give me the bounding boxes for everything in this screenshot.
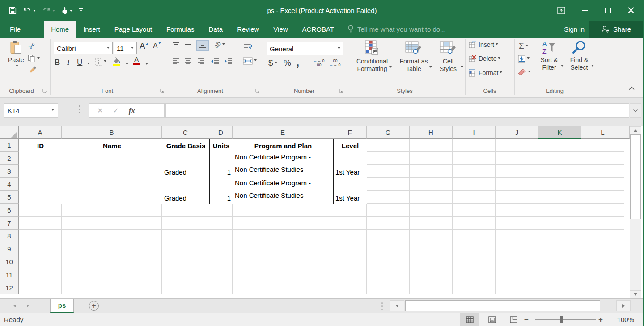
cell-F1[interactable]: Level xyxy=(333,139,367,152)
touch-mode-dropdown-icon[interactable] xyxy=(70,10,72,13)
underline-dropdown-icon[interactable] xyxy=(87,63,90,66)
hscroll-left-button[interactable] xyxy=(390,300,404,311)
fill-dropdown-icon[interactable] xyxy=(527,57,530,60)
column-header-G[interactable]: G xyxy=(367,126,410,139)
cell-B4-merged[interactable] xyxy=(62,178,162,204)
cell-D2-merged[interactable]: 1 xyxy=(209,152,233,178)
cell-F4-merged[interactable]: 1st Year xyxy=(333,178,367,204)
normal-view-button[interactable] xyxy=(460,313,479,326)
font-dialog-launcher[interactable] xyxy=(160,88,165,93)
format-as-table-button[interactable]: Format as Table xyxy=(395,40,432,73)
row-header-12[interactable]: 12 xyxy=(0,281,19,294)
row-header-5[interactable]: 5 xyxy=(0,191,19,204)
increase-font-size-button[interactable]: A xyxy=(140,41,148,51)
cell-E1[interactable]: Program and Plan xyxy=(233,139,334,152)
cancel-icon[interactable]: ✕ xyxy=(97,106,103,115)
comma-style-button[interactable]: , xyxy=(296,55,299,69)
minimize-button[interactable] xyxy=(573,0,596,21)
copy-button[interactable] xyxy=(28,54,40,63)
tab-scroll-splitter[interactable] xyxy=(381,302,383,310)
delete-dropdown-icon[interactable] xyxy=(498,57,500,60)
merge-center-dropdown-icon[interactable] xyxy=(254,59,257,63)
row-header-9[interactable]: 9 xyxy=(0,242,19,255)
close-button[interactable] xyxy=(619,0,643,21)
maximize-button[interactable] xyxy=(596,0,619,21)
orientation-dropdown-icon[interactable] xyxy=(222,43,225,46)
column-header-partial[interactable] xyxy=(624,126,630,139)
top-align-button[interactable] xyxy=(172,42,179,48)
row-header-11[interactable]: 11 xyxy=(0,268,19,281)
select-all-button[interactable] xyxy=(0,126,19,139)
vertical-scroll-thumb[interactable] xyxy=(630,134,641,219)
cell-styles-dropdown-icon[interactable] xyxy=(461,66,463,69)
undo-dropdown-icon[interactable] xyxy=(33,10,36,13)
alignment-dialog-launcher[interactable] xyxy=(255,88,261,93)
insert-dropdown-icon[interactable] xyxy=(496,43,498,46)
undo-button[interactable] xyxy=(20,4,38,17)
vertical-scrollbar[interactable] xyxy=(630,126,641,298)
tab-home[interactable]: Home xyxy=(44,21,76,38)
copy-dropdown-icon[interactable] xyxy=(37,57,40,60)
expand-formula-bar-button[interactable] xyxy=(630,103,641,118)
font-color-dropdown-icon[interactable] xyxy=(145,63,148,66)
decrease-indent-button[interactable] xyxy=(211,58,219,64)
format-painter-button[interactable] xyxy=(29,65,38,73)
column-header-A[interactable]: A xyxy=(19,126,62,139)
column-header-J[interactable]: J xyxy=(496,126,538,139)
scroll-down-button[interactable] xyxy=(630,290,641,298)
cell-D4-merged[interactable]: 1 xyxy=(209,178,233,204)
italic-button[interactable]: I xyxy=(67,58,70,67)
cell-C4-merged[interactable]: Graded xyxy=(162,178,210,204)
format-cells-button[interactable]: Format xyxy=(469,69,502,77)
insert-function-icon[interactable]: fx xyxy=(129,106,135,115)
number-format-dropdown-icon[interactable] xyxy=(338,47,340,50)
column-header-B[interactable]: B xyxy=(62,126,162,139)
page-layout-view-button[interactable] xyxy=(482,313,502,326)
save-icon[interactable] xyxy=(6,4,19,17)
font-color-button[interactable]: A xyxy=(131,56,141,65)
formula-bar-input[interactable] xyxy=(165,103,629,118)
cell-C2-merged[interactable]: Graded xyxy=(162,152,210,178)
cell-A1[interactable]: ID xyxy=(19,139,62,152)
paste-button[interactable]: Paste xyxy=(4,40,28,68)
collapse-ribbon-button[interactable] xyxy=(628,86,635,90)
tell-me-box[interactable]: Tell me what you want to do... xyxy=(347,21,446,38)
scroll-up-button[interactable] xyxy=(630,126,641,134)
row-header-2[interactable]: 2 xyxy=(0,152,19,165)
sort-filter-dropdown-icon[interactable] xyxy=(561,65,564,68)
accounting-format-button[interactable]: $ xyxy=(268,58,277,68)
tab-file[interactable]: File xyxy=(0,21,30,38)
cell-F2-merged[interactable]: 1st Year xyxy=(333,152,367,178)
font-size-combo[interactable]: 11 xyxy=(114,42,137,54)
conditional-formatting-dropdown-icon[interactable] xyxy=(389,66,392,69)
cell-A2-merged[interactable] xyxy=(19,152,62,178)
name-box[interactable]: K14 xyxy=(4,103,58,118)
row-header-8[interactable]: 8 xyxy=(0,230,19,242)
fill-button[interactable] xyxy=(518,55,530,63)
delete-cells-button[interactable]: Delete xyxy=(469,55,500,62)
new-sheet-button[interactable]: + xyxy=(89,301,99,311)
align-left-button[interactable] xyxy=(172,58,179,64)
tab-acrobat[interactable]: ACROBAT xyxy=(295,21,341,38)
orientation-button[interactable]: ab xyxy=(214,41,225,48)
tab-insert[interactable]: Insert xyxy=(76,21,107,38)
row-header-10[interactable]: 10 xyxy=(0,255,19,268)
middle-align-button[interactable] xyxy=(185,42,192,48)
prev-sheet-button[interactable] xyxy=(10,301,19,310)
find-select-dropdown-icon[interactable] xyxy=(591,65,594,68)
font-name-dropdown-icon[interactable] xyxy=(107,47,110,50)
tab-page-layout[interactable]: Page Layout xyxy=(107,21,159,38)
zoom-in-button[interactable]: + xyxy=(598,313,603,326)
number-format-combo[interactable]: General xyxy=(267,42,343,55)
touch-mouse-mode-button[interactable] xyxy=(59,4,75,17)
borders-dropdown-icon[interactable] xyxy=(104,60,106,63)
clear-dropdown-icon[interactable] xyxy=(528,71,530,74)
zoom-slider-track[interactable] xyxy=(535,319,596,320)
column-header-H[interactable]: H xyxy=(410,126,453,139)
zoom-slider-thumb[interactable] xyxy=(560,316,563,323)
column-header-D[interactable]: D xyxy=(209,126,233,139)
share-button[interactable]: Share xyxy=(589,21,643,38)
column-header-E[interactable]: E xyxy=(233,126,333,139)
sort-filter-button[interactable]: AZ Sort & Filter xyxy=(535,40,564,71)
find-select-button[interactable]: Find & Select xyxy=(565,40,593,71)
